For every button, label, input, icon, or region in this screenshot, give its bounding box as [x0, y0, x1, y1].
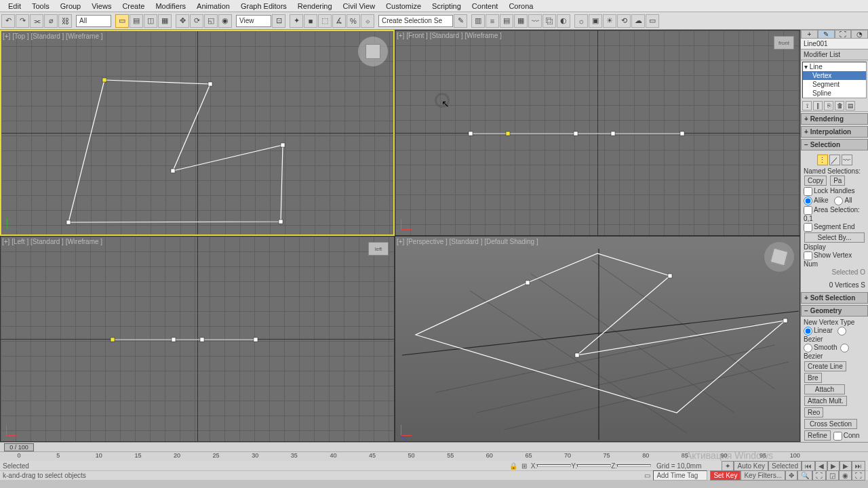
smooth-radio[interactable]: Smooth Bezier: [804, 344, 865, 360]
goto-end-icon[interactable]: ⏭: [852, 461, 865, 471]
edit-selset-icon[interactable]: ✎: [454, 14, 467, 28]
undo-icon[interactable]: ↶: [1, 14, 15, 28]
viewcube-persp[interactable]: [764, 242, 794, 272]
select-object-icon[interactable]: ▭: [115, 14, 129, 28]
rollout-interpolation[interactable]: Interpolation: [801, 126, 868, 138]
select-by-button[interactable]: Select By...: [804, 232, 865, 243]
viewcube-left[interactable]: left: [368, 242, 389, 256]
stack-line[interactable]: ▾ Line: [803, 62, 866, 71]
viewcube-front[interactable]: front: [774, 36, 794, 49]
cross-section-button[interactable]: Cross Section: [804, 419, 857, 429]
connect-check[interactable]: Conn: [833, 432, 860, 439]
stack-spline[interactable]: Spline: [803, 89, 866, 98]
ref-coord-dropdown[interactable]: View: [236, 15, 271, 27]
stack-segment[interactable]: Segment: [803, 80, 866, 89]
next-frame-icon[interactable]: ▶: [840, 461, 852, 471]
menu-civilview[interactable]: Civil View: [338, 1, 380, 12]
render-prod-icon[interactable]: ☀: [603, 14, 616, 28]
prev-frame-icon[interactable]: ◀: [815, 461, 827, 471]
refine-button[interactable]: Refine: [804, 430, 831, 441]
motion-tab-icon[interactable]: ◔: [851, 30, 868, 39]
menu-edit[interactable]: Edit: [3, 1, 26, 12]
viewport-persp-label[interactable]: [+] [Perspective ] [Standard ] [Default …: [397, 238, 538, 245]
lock-handles-check[interactable]: Lock Handles: [804, 187, 865, 196]
window-crossing-icon[interactable]: ▦: [158, 14, 172, 28]
viewport-left[interactable]: [+] [Left ] [Standard ] [Wireframe ] lef…: [0, 236, 395, 442]
select-region-icon[interactable]: ◫: [144, 14, 157, 28]
menu-views[interactable]: Views: [86, 1, 117, 12]
menu-grapheditors[interactable]: Graph Editors: [235, 1, 292, 12]
render-online-icon[interactable]: ☁: [631, 14, 645, 28]
select-name-icon[interactable]: ▤: [130, 14, 143, 28]
paste-button[interactable]: Pa: [830, 176, 845, 186]
selected-button[interactable]: Selected: [768, 461, 802, 471]
select-place-icon[interactable]: ◉: [218, 14, 232, 28]
z-field[interactable]: [617, 464, 651, 467]
lock-icon[interactable]: 🔒: [509, 462, 517, 470]
render-iter-icon[interactable]: ⟲: [617, 14, 631, 28]
angle-snap-icon[interactable]: ∡: [332, 14, 346, 28]
snaps-toggle-icon[interactable]: ⬚: [318, 14, 332, 28]
select-rotate-icon[interactable]: ⟳: [190, 14, 203, 28]
create-line-button[interactable]: Create Line: [804, 361, 846, 371]
pin-stack-icon[interactable]: ⟟: [802, 101, 812, 110]
viewport-front[interactable]: [+] [Front ] [Standard ] [Wireframe ] fr…: [395, 30, 800, 236]
mirror-icon[interactable]: ▥: [471, 14, 485, 28]
setkey-button[interactable]: Set Key: [710, 470, 741, 481]
alike-radio[interactable]: Alike All: [804, 197, 865, 205]
nav-zoomext-icon[interactable]: ⛶: [812, 470, 826, 481]
viewport-left-label[interactable]: [+] [Left ] [Standard ] [Wireframe ]: [2, 238, 102, 245]
make-unique-icon[interactable]: ⎘: [824, 101, 833, 110]
nav-orbit-icon[interactable]: ◉: [839, 470, 852, 481]
menu-modifiers[interactable]: Modifiers: [150, 1, 191, 12]
unlink-icon[interactable]: ⌀: [44, 14, 58, 28]
menu-content[interactable]: Content: [467, 1, 504, 12]
use-center-icon[interactable]: ⊡: [272, 14, 285, 28]
object-name-field[interactable]: Line001: [801, 39, 868, 49]
rollout-geometry[interactable]: Geometry: [801, 305, 868, 317]
menu-create[interactable]: Create: [117, 1, 150, 12]
curve-editor-icon[interactable]: 〰: [528, 14, 542, 28]
keyfilters-button[interactable]: Key Filters...: [741, 470, 785, 481]
menu-animation[interactable]: Animation: [191, 1, 235, 12]
hierarchy-tab-icon[interactable]: ⛶: [835, 30, 852, 39]
reorient-button[interactable]: Reo: [804, 407, 823, 418]
time-ruler[interactable]: 0 5 10 15 20 25 30 35 40 45 50 55 60 65 …: [0, 451, 868, 461]
toggle-ribbon-icon[interactable]: ▦: [514, 14, 528, 28]
select-move-icon[interactable]: ✥: [176, 14, 189, 28]
script-listener-icon[interactable]: ▭: [644, 472, 650, 479]
configure-icon[interactable]: ▤: [846, 101, 855, 110]
play-icon[interactable]: ▶: [827, 461, 840, 471]
modifier-stack[interactable]: ▾ Line Vertex Segment Spline: [802, 62, 867, 98]
show-end-icon[interactable]: ‖: [813, 101, 823, 110]
nav-zoom-icon[interactable]: 🔍: [797, 470, 812, 481]
named-selection-dropdown[interactable]: Create Selection Se: [378, 15, 453, 27]
percent-snap-icon[interactable]: %: [347, 14, 360, 28]
schematic-view-icon[interactable]: ⿻: [542, 14, 556, 28]
rollout-soft-selection[interactable]: Soft Selection: [801, 292, 868, 304]
render-setup-icon[interactable]: ☼: [574, 14, 588, 28]
align-icon[interactable]: ≡: [486, 14, 499, 28]
select-scale-icon[interactable]: ◱: [204, 14, 218, 28]
create-tab-icon[interactable]: +: [801, 30, 818, 39]
menu-group[interactable]: Group: [55, 1, 87, 12]
copy-button[interactable]: Copy: [804, 176, 827, 186]
nav-fov-icon[interactable]: ◲: [826, 470, 839, 481]
goto-start-icon[interactable]: ⏮: [802, 461, 815, 471]
nav-pan-icon[interactable]: ✥: [785, 470, 797, 481]
break-button[interactable]: Bre: [804, 373, 822, 383]
remove-mod-icon[interactable]: 🗑: [835, 101, 844, 110]
add-time-tag[interactable]: Add Time Tag: [653, 470, 707, 481]
keyboard-shortcut-icon[interactable]: ■: [304, 14, 317, 28]
spline-subobj-icon[interactable]: 〰: [842, 155, 852, 165]
viewport-perspective[interactable]: [+] [Perspective ] [Standard ] [Default …: [395, 236, 800, 442]
segment-end-check[interactable]: Segment End: [804, 223, 865, 232]
viewport-top-label[interactable]: [+] [Top ] [Standard ] [Wireframe ]: [3, 33, 103, 40]
time-slider-handle[interactable]: 0 / 100: [4, 443, 34, 451]
linear-radio[interactable]: Linear Bezier: [804, 327, 865, 343]
layers-icon[interactable]: ▤: [500, 14, 513, 28]
rollout-rendering[interactable]: Rendering: [801, 113, 868, 125]
coord-toggle-icon[interactable]: ⊞: [521, 462, 527, 470]
nav-maximize-icon[interactable]: ⛶: [852, 470, 865, 481]
menu-tools[interactable]: Tools: [26, 1, 55, 12]
